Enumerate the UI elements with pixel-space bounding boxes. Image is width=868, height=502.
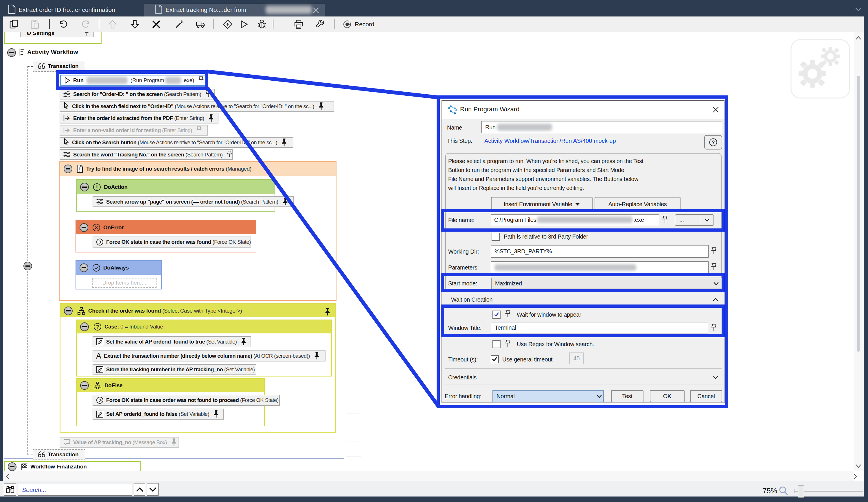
svg-text:?: ? <box>96 324 99 330</box>
svg-text:?: ? <box>712 140 715 145</box>
